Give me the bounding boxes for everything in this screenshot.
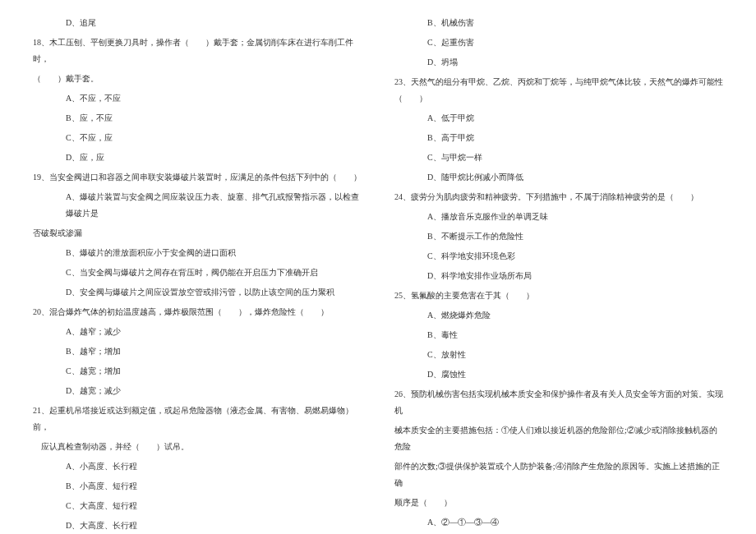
q24-option-d: D、科学地安排作业场所布局: [427, 268, 723, 284]
q20-text: 20、混合爆炸气体的初始温度越高，爆炸极限范围（ ），爆炸危险性（ ）: [33, 304, 362, 320]
q20-option-a: A、越窄；减少: [66, 324, 362, 340]
q24-option-b: B、不断提示工作的危险性: [427, 228, 723, 245]
q20-option-b: B、越窄；增加: [66, 343, 362, 360]
q26-text2: 械本质安全的主要措施包括：①使人们难以接近机器的危险部位;②减少或消除接触机器的…: [394, 422, 723, 455]
q26-text4: 顺序是（ ）: [394, 495, 723, 511]
right-column: B、机械伤害 C、起重伤害 D、坍塌 23、天然气的组分有甲烷、乙烷、丙烷和丁烷…: [394, 15, 723, 534]
page-content: D、追尾 18、木工压刨、平刨更换刀具时，操作者（ ）戴手套；金属切削车床在进行…: [33, 15, 723, 534]
q21-option-d: D、大高度、长行程: [66, 518, 362, 534]
q19-option-a: A、爆破片装置与安全阀之间应装设压力表、旋塞、排气孔或报警指示器，以检查爆破片是: [66, 189, 362, 222]
q22-option-c: C、起重伤害: [427, 35, 723, 51]
q19-option-a2: 否破裂或渗漏: [33, 225, 362, 242]
q25-option-b: B、毒性: [427, 327, 723, 343]
q25-option-d: D、腐蚀性: [427, 366, 723, 383]
q18-option-d: D、应，应: [66, 150, 362, 166]
q25-option-a: A、燃烧爆炸危险: [427, 307, 723, 324]
q21-option-b: B、小高度、短行程: [66, 478, 362, 495]
q23-option-a: A、低于甲烷: [427, 110, 723, 127]
q20-option-c: C、越宽；增加: [66, 363, 362, 380]
q24-text: 24、疲劳分为肌肉疲劳和精神疲劳。下列措施中，不属于消除精神疲劳的是（ ）: [394, 189, 723, 205]
left-column: D、追尾 18、木工压刨、平刨更换刀具时，操作者（ ）戴手套；金属切削车床在进行…: [33, 15, 362, 534]
q22-option-b: B、机械伤害: [427, 15, 723, 31]
q18-option-a: A、不应，不应: [66, 90, 362, 107]
q26-option-a: A、②—①—③—④: [427, 514, 723, 531]
q23-option-d: D、随甲烷比例减小而降低: [427, 169, 723, 186]
q26-text: 26、预防机械伤害包括实现机械本质安全和保护操作者及有关人员安全等方面的对策。实…: [394, 386, 723, 419]
q26-text3: 部件的次数;③提供保护装置或个人防护装备;④消除产生危险的原因等。实施上述措施的…: [394, 458, 723, 491]
q22-option-d: D、坍塌: [427, 54, 723, 71]
q20-option-d: D、越宽；减少: [66, 383, 362, 399]
q17-option-d: D、追尾: [66, 15, 362, 31]
q25-text: 25、氢氟酸的主要危害在于其（ ）: [394, 288, 723, 304]
q19-option-c: C、当安全阀与爆破片之间存在背压时，阀仍能在开启压力下准确开启: [66, 265, 362, 281]
q18-option-c: C、不应，应: [66, 130, 362, 146]
q18-text: 18、木工压刨、平刨更换刀具时，操作者（ ）戴手套；金属切削车床在进行车削工件时…: [33, 35, 362, 67]
q21-text: 21、起重机吊塔接近或达到额定值，或起吊危险器物（液态金属、有害物、易燃易爆物）…: [33, 403, 362, 435]
q19-option-b: B、爆破片的泄放面积应小于安全阀的进口面积: [66, 245, 362, 261]
q23-text: 23、天然气的组分有甲烷、乙烷、丙烷和丁烷等，与纯甲烷气体比较，天然气的爆炸可能…: [394, 74, 723, 107]
q21-text2: 应认真检查制动器，并经（ ）试吊。: [33, 439, 362, 455]
q24-option-c: C、科学地安排环境色彩: [427, 248, 723, 265]
q24-option-a: A、播放音乐克服作业的单调乏味: [427, 209, 723, 225]
q18-text2: （ ）戴手套。: [33, 71, 362, 87]
q18-option-b: B、应，不应: [66, 110, 362, 127]
q21-option-a: A、小高度、长行程: [66, 458, 362, 475]
q23-option-c: C、与甲烷一样: [427, 150, 723, 166]
q25-option-c: C、放射性: [427, 347, 723, 363]
q19-text: 19、当安全阀进口和容器之间串联安装爆破片装置时，应满足的条件包括下列中的（ ）: [33, 169, 362, 186]
q23-option-b: B、高于甲烷: [427, 130, 723, 146]
q21-option-c: C、大高度、短行程: [66, 498, 362, 514]
q19-option-d: D、安全阀与爆破片之间应设置放空管或排污管，以防止该空间的压力聚积: [66, 284, 362, 301]
